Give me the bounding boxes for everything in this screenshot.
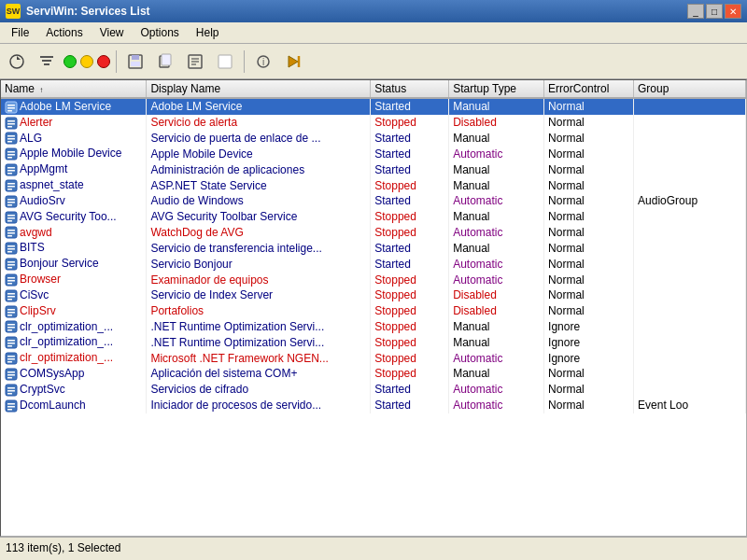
cell-display-name: Examinador de equipos bbox=[147, 272, 371, 287]
cell-error-control: Normal bbox=[544, 272, 634, 287]
sort-arrow-name: ↑ bbox=[39, 86, 43, 94]
table-row[interactable]: AppMgmtAdministración de aplicacionesSta… bbox=[1, 161, 746, 177]
cell-display-name: Portafolios bbox=[147, 303, 371, 319]
svg-rect-5 bbox=[132, 55, 139, 60]
cell-startup-type: Automatic bbox=[449, 350, 544, 366]
cell-error-control: Normal bbox=[544, 209, 634, 225]
col-header-error[interactable]: ErrorControl bbox=[544, 80, 634, 98]
cell-display-name: Servicio Bonjour bbox=[147, 256, 371, 272]
svg-rect-81 bbox=[7, 345, 12, 347]
cell-error-control: Normal bbox=[544, 131, 634, 147]
cell-display-name: ASP.NET State Service bbox=[147, 177, 371, 193]
window-controls[interactable]: _ □ ✕ bbox=[687, 4, 741, 19]
filter-button[interactable] bbox=[34, 49, 60, 75]
refresh-button[interactable] bbox=[4, 49, 30, 75]
properties-button[interactable]: i bbox=[250, 49, 276, 75]
save-button[interactable] bbox=[122, 49, 148, 75]
cell-display-name: Adobe LM Service bbox=[147, 98, 371, 115]
cell-name: DcomLaunch bbox=[1, 398, 147, 413]
table-row[interactable]: BITSServicio de transferencia intelige..… bbox=[1, 240, 746, 256]
cell-group bbox=[634, 146, 746, 161]
table-row[interactable]: AudioSrvAudio de WindowsStartedAutomatic… bbox=[1, 193, 746, 209]
svg-rect-8 bbox=[162, 54, 171, 65]
table-row[interactable]: AlerterServicio de alertaStoppedDisabled… bbox=[1, 115, 746, 131]
cell-startup-type: Manual bbox=[449, 161, 544, 177]
menu-options[interactable]: Options bbox=[134, 24, 187, 41]
cell-error-control: Normal bbox=[544, 115, 634, 131]
copy-text-button[interactable] bbox=[182, 49, 208, 75]
svg-rect-25 bbox=[7, 126, 12, 128]
table-row[interactable]: Bonjour ServiceServicio BonjourStartedAu… bbox=[1, 256, 746, 272]
col-header-display[interactable]: Display Name bbox=[147, 80, 371, 98]
col-header-startup[interactable]: Startup Type bbox=[449, 80, 544, 98]
services-table-container[interactable]: Name ↑ Display Name Status Startup Type … bbox=[0, 79, 747, 537]
cell-group bbox=[634, 161, 746, 177]
svg-rect-2 bbox=[42, 60, 51, 62]
maximize-button[interactable]: □ bbox=[706, 4, 723, 19]
table-row[interactable]: clr_optimization_....NET Runtime Optimiz… bbox=[1, 319, 746, 335]
cell-display-name: .NET Runtime Optimization Servi... bbox=[147, 334, 371, 350]
menu-actions[interactable]: Actions bbox=[38, 24, 90, 41]
table-row[interactable]: AVG Security Too...AVG Security Toolbar … bbox=[1, 209, 746, 225]
cell-status: Stopped bbox=[371, 319, 449, 335]
cell-name: CryptSvc bbox=[1, 382, 147, 398]
green-dot-button[interactable] bbox=[63, 55, 77, 68]
cell-error-control: Normal bbox=[544, 303, 634, 319]
svg-rect-28 bbox=[7, 138, 15, 140]
stop-service-button[interactable] bbox=[280, 49, 306, 75]
cell-display-name: Administración de aplicaciones bbox=[147, 161, 371, 177]
table-row[interactable]: COMSysAppAplicación del sistema COM+Stop… bbox=[1, 366, 746, 382]
cell-name: Apple Mobile Device bbox=[1, 146, 147, 161]
col-header-group[interactable]: Group bbox=[634, 80, 746, 98]
cell-error-control: Ignore bbox=[544, 319, 634, 335]
cell-group bbox=[634, 209, 746, 225]
table-row[interactable]: DcomLaunchIniciador de procesos de servi… bbox=[1, 398, 746, 413]
cell-name: AVG Security Too... bbox=[1, 209, 147, 225]
svg-rect-71 bbox=[7, 309, 15, 311]
table-row[interactable]: ClipSrvPortafoliosStoppedDisabledNormal bbox=[1, 303, 746, 319]
table-row[interactable]: CiSvcServicio de Index ServerStoppedDisa… bbox=[1, 287, 746, 303]
table-row[interactable]: Adobe LM ServiceAdobe LM ServiceStartedM… bbox=[1, 98, 746, 115]
cell-display-name: Servicios de cifrado bbox=[147, 382, 371, 398]
svg-rect-32 bbox=[7, 154, 15, 156]
toolbar: i bbox=[0, 44, 747, 79]
menu-view[interactable]: View bbox=[92, 24, 132, 41]
svg-rect-48 bbox=[7, 217, 15, 219]
red-dot-button[interactable] bbox=[97, 55, 110, 68]
svg-rect-41 bbox=[7, 189, 12, 190]
cell-group bbox=[634, 319, 746, 335]
svg-rect-51 bbox=[7, 230, 15, 231]
cell-status: Started bbox=[371, 98, 449, 115]
minimize-button[interactable]: _ bbox=[687, 4, 704, 19]
svg-rect-59 bbox=[7, 261, 15, 263]
close-button[interactable]: ✕ bbox=[725, 4, 741, 19]
table-row[interactable]: ALGServicio de puerta de enlace de ...St… bbox=[1, 131, 746, 147]
col-header-status[interactable]: Status bbox=[371, 80, 449, 98]
table-row[interactable]: avgwdWatchDog de AVGStoppedAutomaticNorm… bbox=[1, 225, 746, 241]
new-button[interactable] bbox=[212, 49, 238, 75]
table-row[interactable]: CryptSvcServicios de cifradoStartedAutom… bbox=[1, 382, 746, 398]
svg-rect-69 bbox=[7, 299, 12, 301]
cell-error-control: Normal bbox=[544, 98, 634, 115]
table-body: Adobe LM ServiceAdobe LM ServiceStartedM… bbox=[1, 98, 746, 413]
copy-html-button[interactable] bbox=[152, 49, 178, 75]
table-row[interactable]: clr_optimization_...Microsoft .NET Frame… bbox=[1, 350, 746, 366]
yellow-dot-button[interactable] bbox=[80, 55, 93, 68]
menu-help[interactable]: Help bbox=[189, 24, 227, 41]
table-row[interactable]: Apple Mobile DeviceApple Mobile DeviceSt… bbox=[1, 146, 746, 161]
svg-rect-47 bbox=[7, 215, 15, 217]
cell-name: clr_optimization_... bbox=[1, 334, 147, 350]
col-header-name[interactable]: Name ↑ bbox=[1, 80, 147, 98]
cell-status: Stopped bbox=[371, 334, 449, 350]
svg-rect-19 bbox=[7, 105, 15, 106]
table-row[interactable]: aspnet_stateASP.NET State ServiceStopped… bbox=[1, 177, 746, 193]
svg-rect-53 bbox=[7, 235, 12, 237]
menu-file[interactable]: File bbox=[4, 24, 36, 41]
cell-error-control: Ignore bbox=[544, 350, 634, 366]
table-row[interactable]: clr_optimization_....NET Runtime Optimiz… bbox=[1, 334, 746, 350]
cell-name: AudioSrv bbox=[1, 193, 147, 209]
svg-rect-49 bbox=[7, 220, 12, 222]
cell-startup-type: Automatic bbox=[449, 193, 544, 209]
table-row[interactable]: BrowserExaminador de equiposStoppedAutom… bbox=[1, 272, 746, 287]
cell-startup-type: Manual bbox=[449, 98, 544, 115]
